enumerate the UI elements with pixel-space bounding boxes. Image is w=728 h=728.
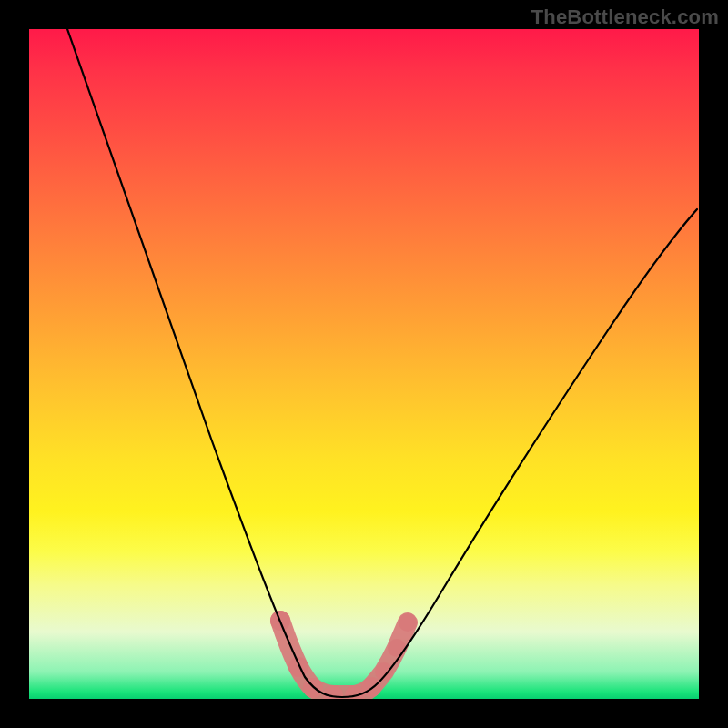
- plot-area: [29, 29, 699, 699]
- highlight-markers: [270, 611, 417, 699]
- marker-dot: [361, 677, 381, 697]
- marker-dot: [288, 657, 308, 677]
- chart-svg: [29, 29, 699, 699]
- watermark-text: TheBottleneck.com: [531, 5, 719, 29]
- marker-dot: [303, 678, 323, 698]
- outer-frame: TheBottleneck.com: [0, 0, 728, 728]
- marker-dot: [388, 639, 406, 657]
- marker-dot: [399, 613, 417, 632]
- bottleneck-curve: [67, 29, 697, 697]
